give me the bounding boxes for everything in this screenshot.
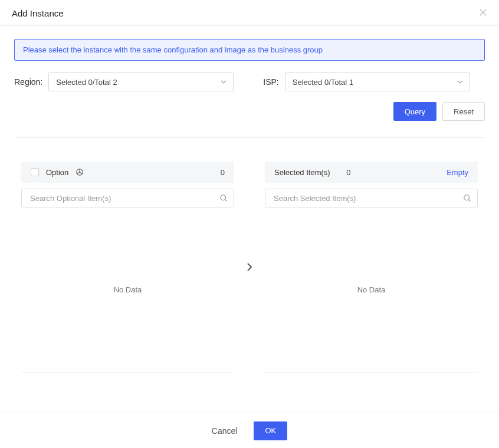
region-filter: Region: Selected 0/Total 2 <box>14 73 234 91</box>
modal-body: Please select the instance with the same… <box>0 26 499 413</box>
source-count: 0 <box>221 168 225 177</box>
region-select-value: Selected 0/Total 2 <box>56 78 117 87</box>
source-search-input[interactable] <box>29 193 214 203</box>
target-panel: Selected Item(s) 0 Empty No Data <box>265 162 478 373</box>
target-search[interactable] <box>265 189 478 207</box>
chevron-down-icon <box>457 78 464 85</box>
source-body: No Data <box>21 207 234 373</box>
transfer-arrow[interactable] <box>245 162 254 373</box>
search-icon <box>463 194 471 202</box>
modal-title: Add Instance <box>12 8 64 18</box>
target-count: 0 <box>346 168 350 177</box>
region-label: Region: <box>14 77 48 87</box>
close-icon[interactable] <box>479 8 487 18</box>
ok-button[interactable]: OK <box>254 421 287 440</box>
isp-filter: ISP: Selected 0/Total 1 <box>263 73 470 91</box>
target-title: Selected Item(s) <box>274 168 330 177</box>
action-row: Query Reset <box>14 102 485 121</box>
svg-point-8 <box>464 195 470 200</box>
empty-button[interactable]: Empty <box>447 168 468 177</box>
add-instance-modal: Add Instance Please select the instance … <box>0 0 499 448</box>
isp-select-value: Selected 0/Total 1 <box>293 78 353 87</box>
isp-label: ISP: <box>263 77 284 87</box>
svg-line-7 <box>225 200 227 202</box>
svg-line-4 <box>77 172 80 174</box>
svg-line-9 <box>469 200 471 202</box>
chevron-right-icon <box>245 262 254 272</box>
modal-header: Add Instance <box>0 0 499 26</box>
target-body: No Data <box>265 207 478 373</box>
region-select[interactable]: Selected 0/Total 2 <box>48 73 234 91</box>
isp-select[interactable]: Selected 0/Total 1 <box>285 73 470 91</box>
source-no-data: No Data <box>114 285 142 294</box>
query-button[interactable]: Query <box>393 102 436 121</box>
chevron-down-icon <box>220 78 227 85</box>
notice-banner: Please select the instance with the same… <box>14 39 485 61</box>
target-search-input[interactable] <box>273 193 457 203</box>
refresh-icon[interactable] <box>75 168 84 176</box>
target-panel-header: Selected Item(s) 0 Empty <box>265 162 478 183</box>
reset-button[interactable]: Reset <box>442 102 485 121</box>
svg-line-5 <box>80 172 82 174</box>
search-icon <box>219 194 228 202</box>
target-no-data: No Data <box>357 285 386 294</box>
section-divider <box>14 137 485 138</box>
source-search[interactable] <box>21 189 234 207</box>
modal-footer: Cancel OK <box>0 413 499 448</box>
source-panel: Option 0 No Da <box>21 162 234 373</box>
cancel-button[interactable]: Cancel <box>212 426 238 436</box>
source-panel-header: Option 0 <box>21 162 234 183</box>
svg-point-6 <box>221 195 226 200</box>
source-title: Option <box>46 168 68 177</box>
select-all-checkbox[interactable] <box>31 168 39 176</box>
transfer-widget: Option 0 No Da <box>14 162 485 373</box>
filter-row: Region: Selected 0/Total 2 ISP: Selected… <box>14 73 485 91</box>
